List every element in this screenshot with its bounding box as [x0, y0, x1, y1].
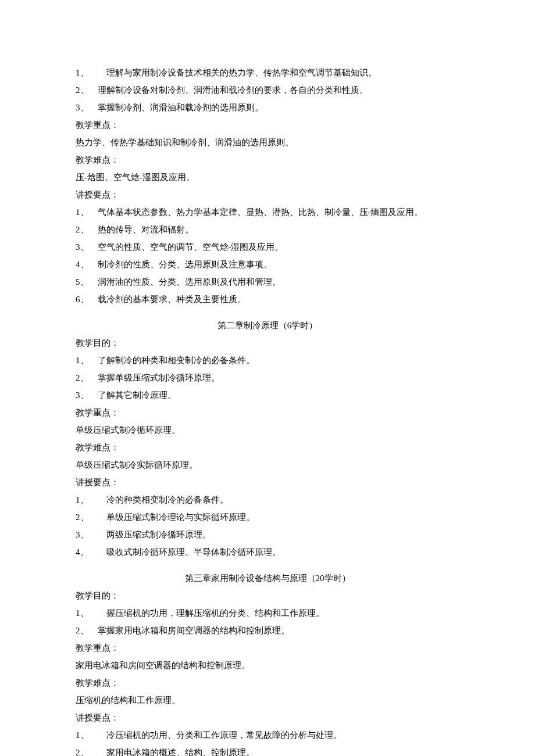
item-text: 单级压缩式制冷理论与实际循环原理。 [106, 513, 255, 522]
difficulty-text: 压缩机的结构和工作原理。 [76, 691, 459, 709]
item-text: 制冷剂的性质、分类、选用原则及注意事项。 [98, 260, 272, 269]
item-text: 空气的性质、空气的调节、空气焓-湿图及应用。 [98, 242, 284, 252]
chapter-3-block: 教学目的： 1、握压缩机的功用，理解压缩机的分类、结构和工作原理。 2、掌握家用… [76, 587, 459, 756]
item-text: 气体基本状态参数、热力学基本定律、显热、潜热、比热、制冷量、压-熵图及应用。 [98, 207, 423, 217]
focus-text: 单级压缩式制冷循环原理。 [76, 421, 459, 439]
item-text: 掌握单级压缩式制冷循环原理。 [98, 373, 220, 382]
list-item: 2、家用电冰箱的概述、结构、控制原理。 [76, 744, 459, 756]
item-number: 6、 [76, 291, 98, 308]
difficulty-label: 教学难点： [76, 439, 459, 456]
item-text: 握压缩机的功用，理解压缩机的分类、结构和工作原理。 [106, 608, 324, 618]
item-text: 两级压缩式制冷循环原理。 [106, 530, 211, 539]
item-number: 3、 [76, 99, 98, 116]
points-label: 讲授要点： [76, 186, 459, 203]
item-text: 热的传导、对流和辐射。 [98, 225, 194, 234]
list-item: 4、制冷剂的性质、分类、选用原则及注意事项。 [76, 256, 459, 273]
list-item: 3、两级压缩式制冷循环原理。 [76, 526, 459, 543]
list-item: 3、掌握制冷剂、润滑油和载冷剂的选用原则。 [76, 99, 459, 116]
list-item: 6、载冷剂的基本要求、种类及主要性质。 [76, 291, 459, 308]
item-number: 1、 [76, 491, 106, 508]
item-text: 载冷剂的基本要求、种类及主要性质。 [98, 295, 246, 304]
item-text: 了解其它制冷原理。 [98, 390, 176, 400]
focus-text: 家用电冰箱和房间空调器的结构和控制原理。 [76, 657, 459, 674]
item-text: 冷压缩机的功用、分类和工作原理，常见故障的分析与处理。 [106, 730, 342, 740]
difficulty-label: 教学难点： [76, 674, 459, 691]
item-number: 3、 [76, 526, 106, 543]
item-number: 2、 [76, 369, 98, 386]
item-text: 润滑油的性质、分类、选用原则及代用和管理。 [98, 277, 281, 286]
list-item: 2、理解制冷设备对制冷剂、润滑油和载冷剂的要求，各自的分类和性质。 [76, 81, 459, 99]
item-number: 2、 [76, 622, 98, 639]
item-number: 2、 [76, 508, 106, 526]
chapter-2-title: 第二章制冷原理（6学时） [76, 317, 459, 334]
focus-text: 热力学、传热学基础知识和制冷剂、润滑油的选用原则。 [76, 134, 459, 151]
list-item: 1、气体基本状态参数、热力学基本定律、显热、潜热、比热、制冷量、压-熵图及应用。 [76, 203, 459, 221]
purpose-label: 教学目的： [76, 334, 459, 352]
item-number: 2、 [76, 744, 106, 756]
difficulty-text: 压-焓图、空气焓-湿图及应用。 [76, 169, 459, 186]
focus-label: 教学重点： [76, 404, 459, 421]
chapter-3-title: 第三章家用制冷设备结构与原理（20学时） [76, 569, 459, 587]
item-number: 1、 [76, 726, 106, 744]
item-number: 2、 [76, 221, 98, 238]
difficulty-label: 教学难点： [76, 151, 459, 169]
item-number: 1、 [76, 64, 106, 81]
list-item: 1、握压缩机的功用，理解压缩机的分类、结构和工作原理。 [76, 604, 459, 622]
list-item: 2、单级压缩式制冷理论与实际循环原理。 [76, 508, 459, 526]
focus-label: 教学重点： [76, 639, 459, 657]
item-number: 5、 [76, 273, 98, 291]
chapter-1-block: 1、理解与家用制冷设备技术相关的热力学、传热学和空气调节基础知识。 2、理解制冷… [76, 64, 459, 308]
list-item: 3、空气的性质、空气的调节、空气焓-湿图及应用。 [76, 238, 459, 256]
points-label: 讲授要点： [76, 474, 459, 491]
list-item: 1、冷压缩机的功用、分类和工作原理，常见故障的分析与处理。 [76, 726, 459, 744]
list-item: 1、理解与家用制冷设备技术相关的热力学、传热学和空气调节基础知识。 [76, 64, 459, 81]
item-text: 理解与家用制冷设备技术相关的热力学、传热学和空气调节基础知识。 [106, 68, 377, 77]
item-text: 了解制冷的种类和相变制冷的必备条件。 [98, 356, 255, 365]
item-number: 1、 [76, 604, 106, 622]
item-text: 理解制冷设备对制冷剂、润滑油和载冷剂的要求，各自的分类和性质。 [98, 85, 368, 95]
list-item: 4、吸收式制冷循环原理、半导体制冷循环原理。 [76, 543, 459, 561]
item-number: 2、 [76, 81, 98, 99]
list-item: 5、润滑油的性质、分类、选用原则及代用和管理。 [76, 273, 459, 291]
item-text: 冷的种类相变制冷的必备条件。 [106, 495, 229, 504]
purpose-label: 教学目的： [76, 587, 459, 604]
item-number: 3、 [76, 386, 98, 404]
item-number: 1、 [76, 352, 98, 369]
item-number: 1、 [76, 203, 98, 221]
list-item: 1、了解制冷的种类和相变制冷的必备条件。 [76, 352, 459, 369]
list-item: 1、冷的种类相变制冷的必备条件。 [76, 491, 459, 508]
points-label: 讲授要点： [76, 709, 459, 726]
item-number: 4、 [76, 543, 106, 561]
chapter-2-block: 教学目的： 1、了解制冷的种类和相变制冷的必备条件。 2、掌握单级压缩式制冷循环… [76, 334, 459, 561]
item-number: 3、 [76, 238, 98, 256]
focus-label: 教学重点： [76, 116, 459, 134]
list-item: 2、掌握家用电冰箱和房间空调器的结构和控制原理。 [76, 622, 459, 639]
list-item: 3、了解其它制冷原理。 [76, 386, 459, 404]
item-text: 掌握家用电冰箱和房间空调器的结构和控制原理。 [98, 626, 290, 635]
list-item: 2、热的传导、对流和辐射。 [76, 221, 459, 238]
item-number: 4、 [76, 256, 98, 273]
item-text: 吸收式制冷循环原理、半导体制冷循环原理。 [106, 547, 281, 557]
difficulty-text: 单级压缩式制冷实际循环原理。 [76, 456, 459, 474]
list-item: 2、掌握单级压缩式制冷循环原理。 [76, 369, 459, 386]
item-text: 掌握制冷剂、润滑油和载冷剂的选用原则。 [98, 103, 263, 112]
item-text: 家用电冰箱的概述、结构、控制原理。 [106, 748, 255, 756]
